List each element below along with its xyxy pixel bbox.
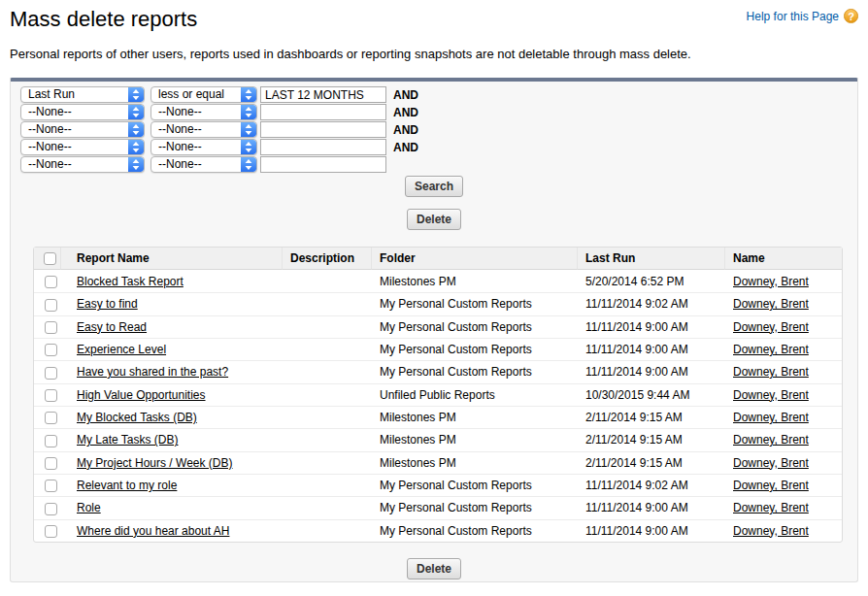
report-name-link[interactable]: Experience Level xyxy=(77,343,166,356)
report-folder: My Personal Custom Reports xyxy=(372,519,578,542)
report-folder: Milestones PM xyxy=(372,270,578,292)
report-name-link[interactable]: High Value Opportunities xyxy=(77,388,206,402)
owner-name-link[interactable]: Downey, Brent xyxy=(733,524,809,538)
filter-operator-select[interactable]: --None-- xyxy=(150,156,257,173)
owner-name-link[interactable]: Downey, Brent xyxy=(733,456,809,470)
filter-field-select[interactable]: --None-- xyxy=(20,139,145,155)
owner-name-link[interactable]: Downey, Brent xyxy=(733,320,809,334)
select-stepper-icon xyxy=(241,157,256,172)
table-row: My Late Tasks (DB) Milestones PM 2/11/20… xyxy=(34,428,842,450)
owner-name-link[interactable]: Downey, Brent xyxy=(733,501,809,514)
filter-field-select[interactable]: --None-- xyxy=(20,156,145,173)
report-description xyxy=(283,270,372,292)
report-name-link[interactable]: My Project Hours / Week (DB) xyxy=(77,456,232,470)
owner-name-link[interactable]: Downey, Brent xyxy=(733,275,809,288)
owner-name-link[interactable]: Downey, Brent xyxy=(733,479,809,492)
search-button[interactable]: Search xyxy=(405,176,463,197)
owner-name-link[interactable]: Downey, Brent xyxy=(733,343,809,356)
report-description xyxy=(283,292,372,315)
report-name-link[interactable]: Easy to Read xyxy=(77,320,147,334)
report-last-run: 2/11/2014 9:15 AM xyxy=(578,451,725,474)
select-stepper-icon xyxy=(128,122,144,137)
report-description xyxy=(283,360,372,382)
filter-value-input[interactable] xyxy=(260,156,386,173)
report-folder: My Personal Custom Reports xyxy=(372,496,578,518)
filter-value-input[interactable] xyxy=(260,121,386,138)
filter-field-select[interactable]: Last Run xyxy=(20,86,145,103)
help-link-label: Help for this Page xyxy=(747,10,839,23)
owner-name-link[interactable]: Downey, Brent xyxy=(733,388,809,402)
filter-field-select[interactable]: --None-- xyxy=(20,104,145,120)
filter-value-input[interactable] xyxy=(260,86,386,103)
report-name-link[interactable]: Have you shared in the past? xyxy=(77,365,228,379)
report-last-run: 11/11/2014 9:00 AM xyxy=(578,519,725,542)
report-last-run: 11/11/2014 9:00 AM xyxy=(578,315,725,338)
row-checkbox[interactable] xyxy=(45,435,57,447)
filter-field-value: --None-- xyxy=(28,105,72,119)
report-last-run: 2/11/2014 9:15 AM xyxy=(578,406,725,428)
owner-name-link[interactable]: Downey, Brent xyxy=(733,411,809,424)
row-checkbox[interactable] xyxy=(45,299,57,312)
report-folder: Milestones PM xyxy=(372,428,578,450)
row-checkbox[interactable] xyxy=(45,480,57,492)
filter-value-input[interactable] xyxy=(260,104,386,120)
help-link[interactable]: Help for this Page ? xyxy=(747,9,858,23)
select-stepper-icon xyxy=(241,87,256,102)
row-checkbox[interactable] xyxy=(45,276,57,288)
owner-name-link[interactable]: Downey, Brent xyxy=(733,365,809,379)
report-name-link[interactable]: My Late Tasks (DB) xyxy=(77,433,178,447)
report-folder: My Personal Custom Reports xyxy=(372,474,578,496)
report-description xyxy=(283,406,372,428)
report-last-run: 2/11/2014 9:15 AM xyxy=(578,428,725,450)
report-description xyxy=(283,338,372,360)
row-checkbox[interactable] xyxy=(45,503,57,515)
row-checkbox[interactable] xyxy=(45,321,57,334)
filter-operator-select[interactable]: --None-- xyxy=(150,139,257,155)
table-row: Role My Personal Custom Reports 11/11/20… xyxy=(34,496,842,518)
select-stepper-icon xyxy=(241,105,256,119)
row-checkbox[interactable] xyxy=(45,525,57,538)
report-name-link[interactable]: Blocked Task Report xyxy=(77,275,184,288)
table-body: Blocked Task Report Milestones PM 5/20/2… xyxy=(34,270,842,542)
report-description xyxy=(283,496,372,518)
report-name-link[interactable]: Relevant to my role xyxy=(77,479,177,492)
select-stepper-icon xyxy=(128,140,144,154)
table-row: Easy to find My Personal Custom Reports … xyxy=(34,292,842,315)
page-title: Mass delete reports xyxy=(10,7,197,32)
report-name-link[interactable]: My Blocked Tasks (DB) xyxy=(77,411,197,424)
filter-conjunction-label: AND xyxy=(393,88,418,102)
row-checkbox[interactable] xyxy=(45,367,57,380)
delete-button-top[interactable]: Delete xyxy=(407,209,461,230)
table-row: High Value Opportunities Unfiled Public … xyxy=(34,383,842,406)
report-name-link[interactable]: Where did you hear about AH xyxy=(77,524,229,538)
filter-value-input[interactable] xyxy=(260,139,386,155)
row-checkbox[interactable] xyxy=(45,389,57,402)
report-last-run: 11/11/2014 9:00 AM xyxy=(578,496,725,518)
owner-name-link[interactable]: Downey, Brent xyxy=(733,297,809,311)
filter-operator-value: --None-- xyxy=(158,122,202,137)
report-name-link[interactable]: Role xyxy=(77,501,101,514)
report-name-link[interactable]: Easy to find xyxy=(77,297,138,311)
filter-row: --None-- --None-- AND xyxy=(20,139,848,155)
filter-operator-select[interactable]: --None-- xyxy=(150,104,257,120)
delete-button-bottom[interactable]: Delete xyxy=(407,558,461,579)
filter-operator-select[interactable]: --None-- xyxy=(150,121,257,138)
column-header-report-name: Report Name xyxy=(61,248,283,270)
filter-conjunction-label: AND xyxy=(393,141,418,154)
select-all-checkbox[interactable] xyxy=(44,252,56,265)
row-checkbox[interactable] xyxy=(45,344,57,356)
help-question-icon[interactable]: ? xyxy=(844,9,858,23)
page-header: Mass delete reports Help for this Page ? xyxy=(0,0,868,32)
table-row: Experience Level My Personal Custom Repo… xyxy=(34,338,842,360)
filter-operator-value: less or equal xyxy=(158,87,224,102)
report-folder: Unfiled Public Reports xyxy=(372,383,578,406)
filter-operator-select[interactable]: less or equal xyxy=(150,86,257,103)
owner-name-link[interactable]: Downey, Brent xyxy=(733,433,809,447)
filter-field-select[interactable]: --None-- xyxy=(20,121,145,138)
row-checkbox[interactable] xyxy=(45,412,57,424)
reports-table: Report Name Description Folder Last Run … xyxy=(33,247,843,543)
select-stepper-icon xyxy=(128,87,144,102)
report-description xyxy=(283,519,372,542)
row-checkbox[interactable] xyxy=(45,457,57,470)
filter-row: --None-- --None-- AND xyxy=(20,121,848,138)
